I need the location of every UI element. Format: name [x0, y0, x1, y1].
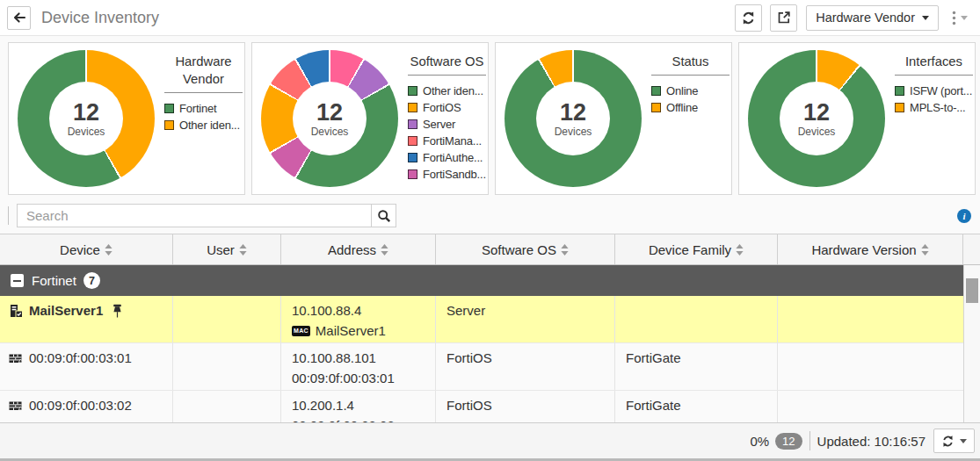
- device-count: 12: [560, 100, 586, 125]
- vertical-scrollbar[interactable]: [963, 265, 980, 422]
- legend-item[interactable]: ISFW (port...: [895, 83, 973, 99]
- column-header-user[interactable]: User: [173, 234, 281, 264]
- legend-item[interactable]: Fortinet: [164, 100, 243, 117]
- software-os-cell: FortiOS: [436, 391, 615, 422]
- chart-title: Interfaces: [895, 50, 973, 76]
- chevron-down-icon: [961, 16, 968, 20]
- user-cell: [173, 343, 281, 390]
- legend-swatch: [408, 103, 417, 112]
- legend-item[interactable]: Other iden...: [408, 83, 486, 99]
- updated-timestamp: Updated: 10:16:57: [817, 434, 926, 449]
- mac-badge-icon: MAC: [292, 326, 310, 336]
- column-header-address[interactable]: Address: [281, 234, 436, 264]
- legend-item[interactable]: FortiAuthe...: [408, 149, 486, 166]
- firewall-icon: [9, 351, 23, 365]
- chart-selector-label: Hardware Vendor: [816, 11, 915, 25]
- legend-swatch: [651, 86, 661, 96]
- hardware-vendor-donut[interactable]: 12 Devices: [18, 50, 155, 187]
- chart-card-hardware-vendor: 12 Devices Hardware Vendor Fortinet Othe…: [8, 42, 245, 195]
- page-title: Device Inventory: [41, 9, 159, 27]
- sort-icon: [561, 244, 569, 256]
- donut-center: 12 Devices: [536, 82, 610, 155]
- external-link-icon: [777, 11, 791, 25]
- sort-icon: [381, 244, 388, 256]
- search-icon: [377, 209, 391, 223]
- search-button[interactable]: [371, 204, 396, 227]
- pin-icon: [112, 304, 123, 318]
- legend-item[interactable]: FortiSandb...: [408, 166, 486, 183]
- chart-card-software-os: 12 Devices Software OS Other iden... For…: [251, 42, 489, 195]
- scrollbar-thumb[interactable]: [966, 278, 978, 303]
- group-row-fortinet[interactable]: Fortinet 7: [0, 265, 963, 296]
- group-count-badge: 7: [83, 272, 100, 289]
- info-icon[interactable]: i: [957, 209, 971, 223]
- chart-selector-dropdown[interactable]: Hardware Vendor: [806, 5, 939, 31]
- row-count-badge: 12: [775, 433, 802, 450]
- software-os-cell: FortiOS: [436, 343, 615, 390]
- legend-item[interactable]: FortiMana...: [408, 133, 486, 149]
- table-row[interactable]: 00:09:0f:00:03:02 10.200.1.4 00:09:0f:00…: [0, 391, 963, 422]
- chart-cards: 12 Devices Hardware Vendor Fortinet Othe…: [8, 42, 976, 195]
- user-cell: [173, 391, 281, 422]
- chart-card-interfaces: 12 Devices Interfaces ISFW (port... MPLS…: [738, 42, 976, 195]
- legend-swatch: [408, 86, 417, 96]
- legend-item[interactable]: Server: [408, 116, 486, 133]
- open-in-window-button[interactable]: [770, 4, 797, 32]
- address-cell: 10.200.1.4 00:09:0f:00:03:02: [281, 391, 436, 422]
- status-bar: 0% 12 Updated: 10:16:57: [0, 422, 980, 461]
- sort-icon: [239, 244, 247, 256]
- device-count: 12: [316, 100, 343, 125]
- hardware-version-cell: [778, 391, 963, 422]
- address-cell: 10.100.88.101 00:09:0f:00:03:01: [281, 343, 436, 390]
- chart-title: Software OS: [408, 50, 486, 76]
- legend-item[interactable]: Other iden...: [164, 117, 243, 133]
- device-name: 00:09:0f:00:03:01: [29, 350, 132, 365]
- software-os-donut[interactable]: 12 Devices: [261, 50, 398, 187]
- device-count-label: Devices: [798, 126, 836, 138]
- column-header-device-family[interactable]: Device Family: [615, 234, 778, 264]
- chart-card-status: 12 Devices Status Online Offline: [495, 42, 732, 195]
- vertical-dots-icon: [952, 11, 956, 25]
- status-donut[interactable]: 12 Devices: [505, 50, 642, 187]
- legend-item[interactable]: Offline: [651, 99, 730, 116]
- sort-icon: [921, 244, 929, 256]
- refresh-button[interactable]: [735, 4, 762, 32]
- table-row[interactable]: 00:09:0f:00:03:01 10.100.88.101 00:09:0f…: [0, 343, 963, 391]
- interfaces-donut[interactable]: 12 Devices: [748, 50, 885, 187]
- column-header-device[interactable]: Device: [0, 234, 173, 264]
- legend: Hardware Vendor Fortinet Other iden...: [164, 50, 243, 133]
- back-button[interactable]: [7, 6, 31, 30]
- legend: Software OS Other iden... FortiOS Server…: [408, 50, 486, 183]
- device-count-label: Devices: [68, 126, 105, 138]
- sort-icon: [736, 244, 744, 256]
- legend-item[interactable]: MPLS-to-...: [895, 99, 973, 116]
- chevron-down-icon: [960, 439, 967, 443]
- legend-swatch: [164, 120, 174, 130]
- sort-icon: [105, 244, 113, 256]
- column-header-software-os[interactable]: Software OS: [436, 234, 615, 264]
- collapse-group-icon[interactable]: [11, 274, 24, 287]
- legend-swatch: [408, 153, 417, 162]
- device-count: 12: [803, 100, 830, 125]
- table-row[interactable]: MailServer1 10.100.88.4 MACMailServer1 S…: [0, 296, 963, 343]
- column-header-filler: [963, 234, 980, 264]
- software-os-cell: Server: [436, 296, 615, 342]
- device-family-cell: FortiGate: [615, 391, 778, 422]
- column-header-hardware-version[interactable]: Hardware Version: [778, 234, 963, 264]
- hardware-version-cell: [778, 343, 963, 390]
- legend-swatch: [651, 103, 661, 112]
- legend-item[interactable]: Online: [651, 83, 730, 99]
- donut-center: 12 Devices: [780, 82, 853, 155]
- legend-item[interactable]: FortiOS: [408, 99, 486, 116]
- device-family-cell: [615, 296, 778, 342]
- legend-swatch: [408, 136, 417, 146]
- device-family-cell: FortiGate: [615, 343, 778, 390]
- auto-refresh-button[interactable]: [933, 429, 975, 453]
- user-cell: [173, 296, 281, 342]
- firewall-icon: [9, 399, 23, 413]
- search-input[interactable]: [17, 204, 372, 227]
- device-name: MailServer1: [29, 303, 103, 318]
- arrow-left-icon: [12, 11, 26, 25]
- more-menu-button[interactable]: [952, 11, 968, 25]
- top-bar: Device Inventory Hardware Vendor: [0, 0, 980, 36]
